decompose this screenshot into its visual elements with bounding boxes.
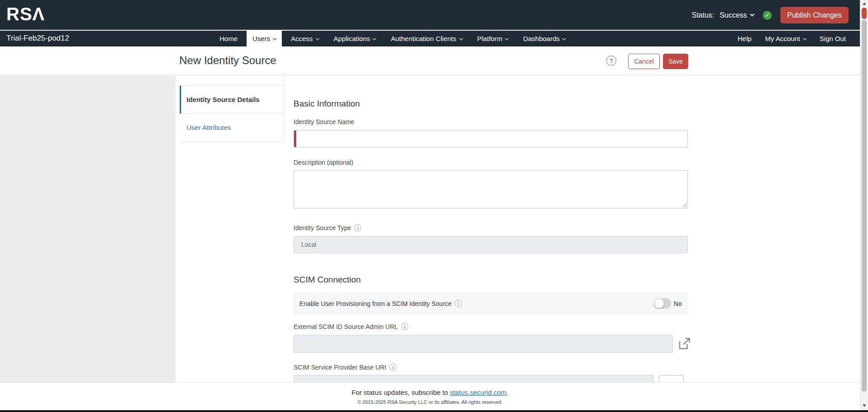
vertical-scrollbar[interactable] [860, 0, 868, 410]
status-group: Status: Success ✓ Publish Changes [692, 0, 849, 30]
main-nav: Home Users Access Applications Authentic… [214, 31, 574, 46]
identity-source-type-label: Identity Source Type i [294, 224, 361, 231]
nav-item-home[interactable]: Home [214, 31, 243, 46]
rsa-logo[interactable]: RSΛ [6, 4, 45, 24]
toggle-state-label: No [674, 300, 682, 307]
external-link-button[interactable] [676, 336, 692, 353]
info-icon[interactable]: i [455, 300, 462, 307]
nav-item-label: Authentication Clients [391, 35, 456, 42]
chevron-down-icon [750, 12, 755, 17]
external-scim-url-input [294, 335, 673, 353]
tab-label: Identity Source Details [187, 96, 260, 103]
label-text: SCIM Service Provider Base URI [294, 364, 386, 371]
section-heading-scim: SCIM Connection [294, 275, 361, 285]
identity-source-name-field [294, 130, 688, 148]
chevron-down-icon [315, 36, 319, 40]
cancel-button[interactable]: Cancel [628, 54, 660, 69]
scim-base-uri-label: SCIM Service Provider Base URI i [294, 363, 397, 371]
nav-item-access[interactable]: Access [285, 31, 324, 46]
footer-status-suffix: . [506, 389, 508, 396]
page-title: New Identity Source [179, 54, 276, 67]
scroll-down-button[interactable] [860, 402, 868, 409]
status-value: Success [720, 11, 747, 19]
toggle-knob [654, 299, 664, 308]
window-bottom-edge [0, 410, 868, 412]
nav-item-sign-out[interactable]: Sign Out [813, 31, 853, 46]
nav-item-authentication-clients[interactable]: Authentication Clients [385, 31, 468, 46]
tab-label: User Attributes [187, 124, 231, 131]
provisioning-toggle[interactable] [654, 298, 671, 309]
chevron-down-icon [803, 36, 806, 40]
nav-item-my-account[interactable]: My Account [758, 31, 813, 46]
external-scim-url-label: External SCIM ID Source Admin URL i [294, 323, 408, 330]
chevron-down-icon [505, 36, 509, 40]
footer-status-prefix: For status updates, subscribe to [352, 389, 450, 396]
nav-item-help[interactable]: Help [731, 31, 758, 46]
identity-source-name-label: Identity Source Name [294, 118, 355, 125]
nav-item-applications[interactable]: Applications [328, 31, 382, 46]
status-link[interactable]: status.securid.com [450, 389, 506, 396]
description-textarea[interactable] [294, 170, 688, 208]
external-link-icon [676, 336, 692, 352]
nav-item-label: Users [252, 35, 270, 42]
nav-item-label: Sign Out [820, 35, 846, 42]
nav-item-label: Platform [477, 35, 503, 42]
footer-status-text: For status updates, subscribe to status.… [0, 389, 860, 396]
publish-changes-button[interactable]: Publish Changes [780, 7, 849, 23]
top-bar: RSΛ Status: Success ✓ Publish Changes [0, 0, 860, 30]
nav-bar: Trial-Feb25-pod12 Home Users Access Appl… [0, 31, 860, 46]
help-icon[interactable]: ? [606, 56, 616, 66]
enable-provisioning-row: Enable User Provisioning from a SCIM Ide… [294, 292, 688, 315]
nav-item-label: Help [737, 35, 751, 42]
scroll-down-arrow-icon [863, 404, 866, 407]
sidebar-divider [284, 76, 285, 141]
section-heading-basic: Basic Information [294, 99, 360, 109]
utility-nav: Help My Account Sign Out [731, 31, 853, 46]
nav-item-label: Dashboards [523, 35, 560, 42]
chevron-down-icon [273, 36, 276, 40]
nav-item-platform[interactable]: Platform [471, 31, 514, 46]
scroll-up-arrow-icon [863, 2, 866, 5]
scroll-thumb[interactable] [862, 20, 867, 392]
identity-source-name-input[interactable] [294, 130, 688, 148]
footer-copyright: © 2015-2025 RSA Security LLC or its affi… [0, 399, 860, 405]
chevron-down-icon [373, 36, 376, 40]
label-text: External SCIM ID Source Admin URL [294, 323, 398, 330]
tab-user-attributes[interactable]: User Attributes [180, 114, 284, 142]
enable-provisioning-label: Enable User Provisioning from a SCIM Ide… [299, 300, 452, 307]
identity-source-type-input [294, 236, 688, 253]
nav-item-label: My Account [765, 35, 800, 42]
info-icon[interactable]: i [389, 363, 397, 371]
chevron-down-icon [459, 36, 462, 40]
left-margin-panel [0, 76, 176, 382]
status-dropdown[interactable]: Success [720, 11, 754, 19]
nav-item-dashboards[interactable]: Dashboards [517, 31, 571, 46]
nav-item-users[interactable]: Users [247, 31, 282, 46]
page-header-bar: New Identity Source [0, 46, 860, 75]
nav-item-label: Applications [334, 35, 370, 42]
tenant-name: Trial-Feb25-pod12 [6, 34, 69, 43]
save-button[interactable]: Save [663, 54, 688, 69]
sidebar-tabs: Identity Source Details User Attributes [180, 85, 284, 142]
status-label: Status: [692, 11, 714, 19]
nav-item-label: Home [219, 35, 238, 42]
label-text: Identity Source Type [294, 224, 351, 231]
footer: For status updates, subscribe to status.… [0, 382, 860, 410]
tab-identity-source-details[interactable]: Identity Source Details [180, 86, 284, 114]
description-label: Description (optional) [294, 159, 353, 166]
scroll-up-button[interactable] [860, 0, 868, 7]
info-icon[interactable]: i [354, 224, 361, 231]
nav-item-label: Access [291, 35, 313, 42]
chevron-down-icon [562, 36, 566, 40]
success-check-icon: ✓ [763, 11, 772, 20]
scroll-marker [862, 8, 867, 19]
info-icon[interactable]: i [401, 323, 408, 330]
